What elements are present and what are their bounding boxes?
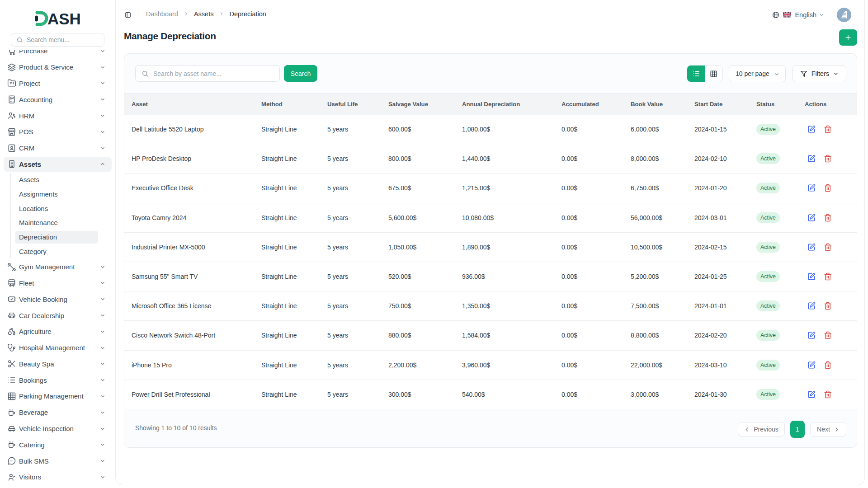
svg-text:ASH: ASH [47,10,81,27]
